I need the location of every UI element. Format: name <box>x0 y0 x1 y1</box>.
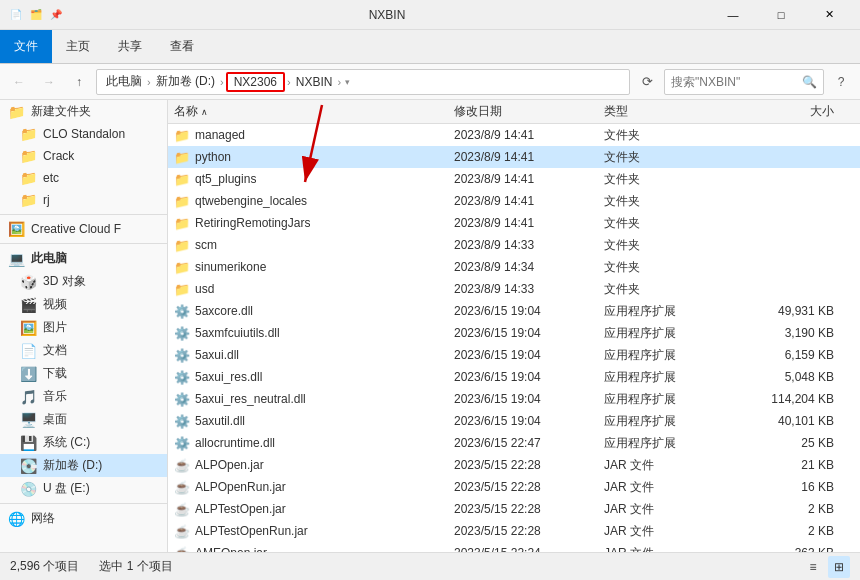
table-row[interactable]: ☕ ALPOpenRun.jar 2023/5/15 22:28 JAR 文件 … <box>168 476 860 498</box>
sidebar-item-3d[interactable]: 🎲 3D 对象 <box>0 270 167 293</box>
file-icon: ⚙️ <box>174 392 190 407</box>
col-header-type[interactable]: 类型 <box>604 103 704 120</box>
window-title: NXBIN <box>64 8 710 22</box>
table-row[interactable]: ☕ ALPTestOpen.jar 2023/5/15 22:28 JAR 文件… <box>168 498 860 520</box>
file-date: 2023/8/9 14:33 <box>454 282 604 296</box>
folder-icon: 📁 <box>20 170 37 186</box>
title-bar-icons: 📄 🗂️ 📌 <box>8 7 64 23</box>
ribbon: 文件 主页 共享 查看 <box>0 30 860 64</box>
table-row[interactable]: ⚙️ allocruntime.dll 2023/6/15 22:47 应用程序… <box>168 432 860 454</box>
back-button[interactable]: ← <box>6 69 32 95</box>
sidebar-item-creativecloud[interactable]: 🖼️ Creative Cloud F <box>0 218 167 240</box>
table-row[interactable]: ⚙️ 5axmfcuiutils.dll 2023/6/15 19:04 应用程… <box>168 322 860 344</box>
sidebar-item-label: 下载 <box>43 365 67 382</box>
file-icon: ⚙️ <box>174 326 190 341</box>
table-row[interactable]: 📁 scm 2023/8/9 14:33 文件夹 <box>168 234 860 256</box>
picture-icon: 🖼️ <box>20 320 37 336</box>
path-computer[interactable]: 此电脑 <box>103 72 145 91</box>
forward-button[interactable]: → <box>36 69 62 95</box>
col-header-size[interactable]: 大小 <box>704 103 854 120</box>
tab-home[interactable]: 主页 <box>52 30 104 63</box>
table-row[interactable]: ☕ AMEOpen.jar 2023/5/15 22:24 JAR 文件 363… <box>168 542 860 552</box>
table-row[interactable]: 📁 qt5_plugins 2023/8/9 14:41 文件夹 <box>168 168 860 190</box>
sidebar-item-label: Crack <box>43 149 74 163</box>
sidebar-item-label: 3D 对象 <box>43 273 86 290</box>
sidebar-item-newfolder[interactable]: 📁 新建文件夹 <box>0 100 167 123</box>
file-icon: 📁 <box>174 172 190 187</box>
main-area: 📁 新建文件夹 📁 CLO Standalon 📁 Crack 📁 etc 📁 … <box>0 100 860 552</box>
sidebar-item-ddrive[interactable]: 💽 新加卷 (D:) <box>0 454 167 477</box>
sidebar-item-desktop[interactable]: 🖥️ 桌面 <box>0 408 167 431</box>
search-box[interactable]: 🔍 <box>664 69 824 95</box>
table-row[interactable]: 📁 qtwebengine_locales 2023/8/9 14:41 文件夹 <box>168 190 860 212</box>
table-row[interactable]: ⚙️ 5axcore.dll 2023/6/15 19:04 应用程序扩展 49… <box>168 300 860 322</box>
file-icon: ☕ <box>174 480 190 495</box>
file-name: qt5_plugins <box>195 172 256 186</box>
list-view-button[interactable]: ≡ <box>802 556 824 578</box>
sidebar-item-video[interactable]: 🎬 视频 <box>0 293 167 316</box>
tab-share[interactable]: 共享 <box>104 30 156 63</box>
sidebar-item-docs[interactable]: 📄 文档 <box>0 339 167 362</box>
table-row[interactable]: ☕ ALPTestOpenRun.jar 2023/5/15 22:28 JAR… <box>168 520 860 542</box>
file-date: 2023/8/9 14:33 <box>454 238 604 252</box>
file-size: 363 KB <box>704 546 854 552</box>
file-icon: 📁 <box>174 128 190 143</box>
path-nxbin[interactable]: NXBIN <box>293 74 336 90</box>
sidebar-item-computer[interactable]: 💻 此电脑 <box>0 247 167 270</box>
help-button[interactable]: ? <box>828 69 854 95</box>
sidebar-item-edrive[interactable]: 💿 U 盘 (E:) <box>0 477 167 500</box>
sidebar-item-pictures[interactable]: 🖼️ 图片 <box>0 316 167 339</box>
tab-view[interactable]: 查看 <box>156 30 208 63</box>
table-row[interactable]: ⚙️ 5axutil.dll 2023/6/15 19:04 应用程序扩展 40… <box>168 410 860 432</box>
sidebar-item-cdrive[interactable]: 💾 系统 (C:) <box>0 431 167 454</box>
table-row[interactable]: ⚙️ 5axui_res.dll 2023/6/15 19:04 应用程序扩展 … <box>168 366 860 388</box>
file-size: 6,159 KB <box>704 348 854 362</box>
sidebar-item-label: 图片 <box>43 319 67 336</box>
minimize-button[interactable]: — <box>710 0 756 30</box>
sidebar-item-network[interactable]: 🌐 网络 <box>0 507 167 530</box>
table-row[interactable]: 📁 sinumerikone 2023/8/9 14:34 文件夹 <box>168 256 860 278</box>
path-nx2306[interactable]: NX2306 <box>226 72 285 92</box>
file-name: ALPOpenRun.jar <box>195 480 286 494</box>
file-icon: ☕ <box>174 546 190 553</box>
file-date: 2023/6/15 19:04 <box>454 326 604 340</box>
up-button[interactable]: ↑ <box>66 69 92 95</box>
address-path[interactable]: 此电脑 › 新加卷 (D:) › NX2306 › NXBIN › ▾ <box>96 69 630 95</box>
table-row[interactable]: 📁 RetiringRemotingJars 2023/8/9 14:41 文件… <box>168 212 860 234</box>
file-size: 114,204 KB <box>704 392 854 406</box>
sidebar-item-rj[interactable]: 📁 rj <box>0 189 167 211</box>
file-type: JAR 文件 <box>604 479 704 496</box>
file-area: 名称 ∧ 修改日期 类型 大小 📁 managed 2023/8/9 14:41… <box>168 100 860 552</box>
file-type: 应用程序扩展 <box>604 413 704 430</box>
table-row[interactable]: 📁 python 2023/8/9 14:41 文件夹 <box>168 146 860 168</box>
table-row[interactable]: ☕ ALPOpen.jar 2023/5/15 22:28 JAR 文件 21 … <box>168 454 860 476</box>
refresh-button[interactable]: ⟳ <box>634 69 660 95</box>
search-input[interactable] <box>671 75 798 89</box>
cloud-icon: 🖼️ <box>8 221 25 237</box>
table-row[interactable]: 📁 usd 2023/8/9 14:33 文件夹 <box>168 278 860 300</box>
sidebar-item-label: 网络 <box>31 510 55 527</box>
col-header-name[interactable]: 名称 ∧ <box>174 103 454 120</box>
tab-file[interactable]: 文件 <box>0 30 52 63</box>
file-name: allocruntime.dll <box>195 436 275 450</box>
sidebar-item-downloads[interactable]: ⬇️ 下载 <box>0 362 167 385</box>
file-name: managed <box>195 128 245 142</box>
table-row[interactable]: 📁 managed 2023/8/9 14:41 文件夹 <box>168 124 860 146</box>
file-icon: 📁 <box>174 150 190 165</box>
sidebar: 📁 新建文件夹 📁 CLO Standalon 📁 Crack 📁 etc 📁 … <box>0 100 168 552</box>
sidebar-item-crack[interactable]: 📁 Crack <box>0 145 167 167</box>
table-row[interactable]: ⚙️ 5axui_res_neutral.dll 2023/6/15 19:04… <box>168 388 860 410</box>
file-size: 40,101 KB <box>704 414 854 428</box>
sidebar-item-etc[interactable]: 📁 etc <box>0 167 167 189</box>
sidebar-item-music[interactable]: 🎵 音乐 <box>0 385 167 408</box>
path-drive[interactable]: 新加卷 (D:) <box>153 72 218 91</box>
title-bar: 📄 🗂️ 📌 NXBIN — □ ✕ <box>0 0 860 30</box>
grid-view-button[interactable]: ⊞ <box>828 556 850 578</box>
maximize-button[interactable]: □ <box>758 0 804 30</box>
sidebar-item-clo[interactable]: 📁 CLO Standalon <box>0 123 167 145</box>
close-button[interactable]: ✕ <box>806 0 852 30</box>
col-header-date[interactable]: 修改日期 <box>454 103 604 120</box>
file-icon: 📁 <box>174 238 190 253</box>
table-row[interactable]: ⚙️ 5axui.dll 2023/6/15 19:04 应用程序扩展 6,15… <box>168 344 860 366</box>
path-chevron[interactable]: ▾ <box>343 76 352 88</box>
